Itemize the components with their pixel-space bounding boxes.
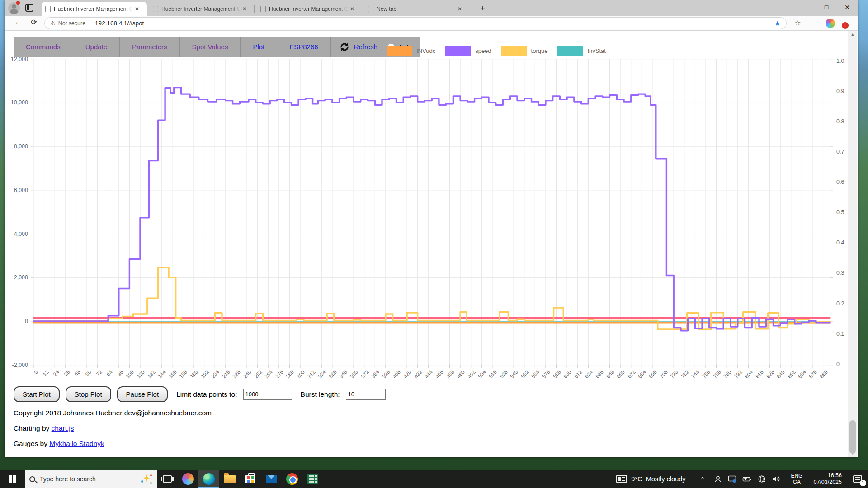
taskbar-clock[interactable]: 16:56 07/03/2025: [808, 472, 847, 486]
right-axis-tick: 0: [836, 361, 840, 367]
left-axis-tick: 2,000: [5, 274, 28, 281]
language-indicator[interactable]: ENG GA: [785, 473, 808, 485]
plot-controls: Start Plot Stop Plot Pause Plot Limit da…: [14, 386, 386, 402]
notification-badge: 1: [860, 480, 866, 486]
charting-credit: Charting by chart.js: [14, 424, 74, 432]
chartjs-link[interactable]: chart.js: [52, 424, 74, 432]
desktop-wallpaper: Huebner Inverter Management C✕Huebner In…: [0, 0, 868, 488]
series-torque: [33, 267, 830, 329]
search-icon: [29, 476, 35, 482]
right-axis-tick: 0.4: [836, 239, 844, 246]
stop-plot-button[interactable]: Stop Plot: [66, 386, 111, 402]
search-placeholder: Type here to search: [40, 475, 141, 483]
right-axis-tick: 0.1: [836, 331, 844, 337]
right-axis-tick: 0.3: [836, 270, 844, 276]
left-axis-tick: 12,000: [5, 56, 28, 62]
taskbar-copilot-icon[interactable]: [178, 470, 198, 488]
tray-chevron-icon[interactable]: ⌃: [696, 476, 710, 483]
battery-icon[interactable]: [742, 475, 752, 483]
windows-logo-icon: [9, 475, 16, 483]
search-highlights-icon: [141, 473, 152, 485]
series-speed: [33, 88, 830, 331]
start-button[interactable]: [0, 470, 25, 488]
taskbar-search[interactable]: Type here to search: [25, 470, 157, 488]
meet-now-icon[interactable]: [714, 475, 722, 483]
left-axis-tick: -2,000: [5, 362, 28, 368]
copyright-text: Copyright 2018 Johannes Huebner dev@joha…: [14, 409, 212, 417]
scroll-up-icon[interactable]: ▲: [848, 31, 857, 38]
weather-text: Mostly cloudy: [646, 475, 686, 483]
widgets-news-icon[interactable]: [616, 475, 627, 483]
right-axis-tick: 0.6: [836, 179, 844, 185]
limit-label: Limit data points to:: [176, 390, 237, 399]
right-axis-tick: 0.7: [836, 149, 844, 155]
burst-input[interactable]: [346, 389, 386, 400]
left-axis-tick: 10,000: [5, 99, 28, 106]
limit-input[interactable]: [243, 389, 292, 400]
left-axis-tick: 8,000: [5, 143, 28, 150]
weather-temp: 9°C: [631, 475, 642, 483]
weather-widget[interactable]: 9°C Mostly cloudy: [631, 475, 695, 483]
taskbar-edge-icon[interactable]: [198, 470, 219, 488]
browser-window: Huebner Inverter Management C✕Huebner In…: [5, 0, 858, 457]
taskbar-mail-icon[interactable]: [261, 470, 282, 488]
network-globe-icon[interactable]: [758, 475, 766, 483]
tab-close-icon[interactable]: ✕: [135, 6, 139, 12]
browser-tab[interactable]: Huebner Inverter Management C✕: [42, 2, 147, 16]
left-axis-tick: 0: [5, 318, 28, 324]
start-plot-button[interactable]: Start Plot: [14, 386, 60, 402]
volume-icon[interactable]: [772, 475, 781, 483]
tab-title: Huebner Inverter Management C: [54, 6, 133, 12]
system-tray: [709, 475, 785, 483]
right-axis-tick: 0.9: [836, 88, 844, 94]
scrollbar-thumb[interactable]: [849, 420, 856, 454]
taskbar-calc-icon[interactable]: [302, 470, 323, 488]
taskbar-store-icon[interactable]: [240, 470, 261, 488]
taskbar: Type here to search 9°C Mostly cloudy ⌃: [0, 470, 868, 488]
gauges-credit: Gauges by Mykhailo Stadnyk: [14, 440, 104, 448]
burst-label: Burst length:: [301, 390, 340, 399]
right-axis-tick: 0.2: [836, 300, 844, 307]
task-view-icon[interactable]: [157, 470, 178, 488]
left-axis-tick: 4,000: [5, 231, 28, 237]
page-icon: [45, 6, 51, 12]
screen-share-icon[interactable]: [728, 475, 736, 483]
taskbar-chrome-icon[interactable]: [282, 470, 302, 488]
left-axis-tick: 6,000: [5, 187, 28, 193]
taskbar-explorer-icon[interactable]: [219, 470, 240, 488]
right-axis-tick: 0.5: [836, 209, 844, 216]
right-axis-tick: 1.0: [836, 58, 844, 64]
action-center-icon[interactable]: 1: [847, 470, 868, 488]
page-scrollbar[interactable]: ▲ ▼: [848, 31, 857, 457]
pause-plot-button[interactable]: Pause Plot: [117, 386, 168, 402]
right-axis-tick: 0.8: [836, 118, 844, 125]
stadnyk-link[interactable]: Mykhailo Stadnyk: [49, 440, 104, 447]
